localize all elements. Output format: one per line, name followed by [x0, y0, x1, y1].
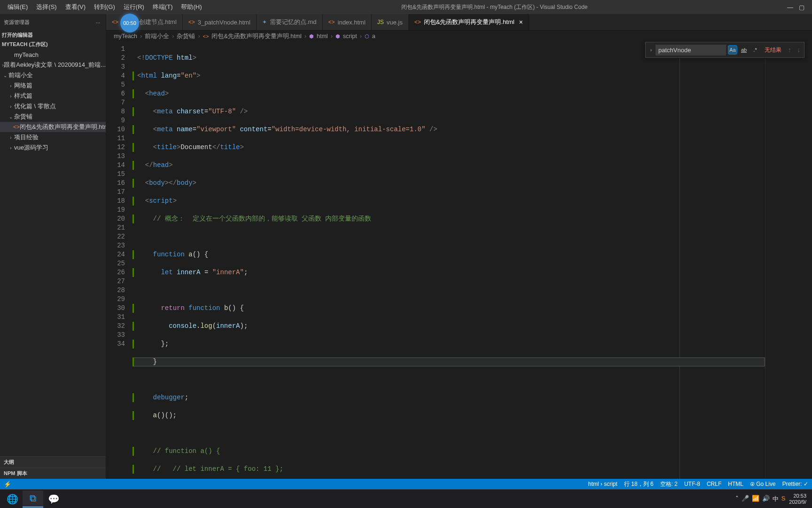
- status-prettier[interactable]: Prettier: ✓: [782, 481, 808, 487]
- find-toggle-icon[interactable]: ›: [648, 48, 654, 53]
- regex-icon[interactable]: .*: [750, 45, 760, 55]
- find-input[interactable]: [656, 45, 726, 56]
- explorer-title: 资源管理器: [4, 19, 30, 26]
- tree-item[interactable]: ›项目经验: [0, 132, 106, 143]
- open-editors-section[interactable]: 打开的编辑器: [0, 31, 106, 40]
- gutter: 1234567891011121314151617181920212223242…: [106, 42, 133, 479]
- tree-item[interactable]: ›跟着Aekley读文章 \ 20200914_前端...: [0, 60, 106, 70]
- tab[interactable]: <>3_patchVnode.html: [183, 14, 257, 30]
- match-case-icon[interactable]: Aa: [728, 45, 737, 55]
- menu-terminal[interactable]: 终端(T): [149, 1, 177, 13]
- status-lang-path[interactable]: html › script: [588, 481, 617, 487]
- tree-item-active[interactable]: <>闭包&先函数声明再变量声明.html: [0, 122, 106, 132]
- taskbar-clock[interactable]: 20:53 2020/9/: [789, 493, 806, 505]
- tab[interactable]: ✦需要记忆的点.md: [257, 14, 323, 30]
- editor-tabs: <>Vnode创建节点.html <>3_patchVnode.html ✦需要…: [106, 14, 812, 31]
- tray-mic-icon[interactable]: 🎤: [742, 495, 749, 503]
- code-editor[interactable]: 1234567891011121314151617181920212223242…: [106, 42, 812, 479]
- menu-select[interactable]: 选择(S): [32, 1, 60, 13]
- tree-item[interactable]: ›vue源码学习: [0, 143, 106, 153]
- minimize-icon[interactable]: —: [787, 4, 793, 11]
- timer-bubble: 00:50: [120, 14, 139, 32]
- tray-sogou-icon[interactable]: S: [781, 495, 786, 503]
- code-lines[interactable]: <!DOCTYPE html> <html lang="en"> <head> …: [133, 42, 765, 479]
- tab[interactable]: JSvue.js: [372, 14, 409, 30]
- find-result: 无结果: [762, 46, 784, 54]
- tree-item[interactable]: ⌄杂货铺: [0, 111, 106, 122]
- maximize-icon[interactable]: ▢: [799, 4, 804, 11]
- tray-up-icon[interactable]: ˄: [735, 495, 739, 503]
- breadcrumb[interactable]: myTeach› 前端小全› 杂货铺› <>闭包&先函数声明再变量声明.html…: [106, 31, 812, 42]
- status-spaces[interactable]: 空格: 2: [660, 480, 678, 488]
- taskbar: 🌐 ⧉ 💬 ˄ 🎤 📶 🔊 中 S 20:53 2020/9/: [0, 489, 812, 508]
- status-thunder-icon[interactable]: ⚡: [4, 481, 11, 488]
- outline-section[interactable]: 大纲: [0, 456, 106, 468]
- explorer-sidebar: 资源管理器 ··· 打开的编辑器 MYTEACH (工作区) myTeach ›…: [0, 14, 106, 479]
- window-controls: — ▢: [783, 4, 808, 11]
- taskbar-vscode-icon[interactable]: ⧉: [23, 491, 43, 508]
- tray-volume-icon[interactable]: 🔊: [762, 495, 770, 503]
- status-bar: ⚡ html › script 行 18，列 6 空格: 2 UTF-8 CRL…: [0, 479, 812, 489]
- menu-goto[interactable]: 转到(G): [90, 1, 119, 13]
- explorer-actions[interactable]: ···: [96, 20, 100, 25]
- find-next-icon[interactable]: ↓: [795, 46, 802, 54]
- menu-view[interactable]: 查看(V): [62, 1, 89, 13]
- menu-edit[interactable]: 编辑(E): [4, 1, 31, 13]
- tab[interactable]: <>index.html: [323, 14, 372, 30]
- whole-word-icon[interactable]: ab: [739, 45, 749, 55]
- taskbar-wechat-icon[interactable]: 💬: [43, 491, 64, 508]
- window-title: 闭包&先函数声明再变量声明.html - myTeach (工作区) - Vis…: [206, 3, 783, 11]
- tray-wifi-icon[interactable]: 📶: [752, 495, 759, 503]
- find-widget: › Aa ab .* 无结果 ↑ ↓: [645, 42, 804, 58]
- menu-help[interactable]: 帮助(H): [177, 1, 205, 13]
- workspace-section[interactable]: MYTEACH (工作区): [0, 40, 106, 49]
- taskbar-chrome-icon[interactable]: 🌐: [2, 491, 23, 508]
- tab[interactable]: <>Vnode创建节点.html: [106, 14, 183, 30]
- title-bar: 编辑(E) 选择(S) 查看(V) 转到(G) 运行(R) 终端(T) 帮助(H…: [0, 0, 812, 14]
- status-golive[interactable]: ⦿ Go Live: [750, 481, 776, 487]
- tree-item[interactable]: ›样式篇: [0, 91, 106, 101]
- menu-bar: 编辑(E) 选择(S) 查看(V) 转到(G) 运行(R) 终端(T) 帮助(H…: [4, 1, 206, 13]
- find-prev-icon[interactable]: ↑: [786, 46, 793, 54]
- menu-run[interactable]: 运行(R): [120, 1, 148, 13]
- tree-item[interactable]: ›优化篇 \ 零散点: [0, 101, 106, 111]
- tray-ime-icon[interactable]: 中: [773, 495, 779, 503]
- status-eol[interactable]: CRLF: [707, 481, 721, 487]
- close-tab-icon[interactable]: ×: [519, 18, 523, 26]
- editor-area: <>Vnode创建节点.html <>3_patchVnode.html ✦需要…: [106, 14, 812, 479]
- file-tree: myTeach ›跟着Aekley读文章 \ 20200914_前端... ⌄前…: [0, 49, 106, 456]
- status-position[interactable]: 行 18，列 6: [624, 480, 654, 488]
- status-lang[interactable]: HTML: [728, 481, 743, 487]
- tab-active[interactable]: <>闭包&先函数声明再变量声明.html×: [409, 14, 529, 30]
- tree-item[interactable]: ›网络篇: [0, 80, 106, 91]
- tree-item[interactable]: myTeach: [0, 49, 106, 60]
- minimap[interactable]: [765, 42, 812, 479]
- tray-icons[interactable]: ˄ 🎤 📶 🔊 中 S: [735, 495, 786, 503]
- explorer-header: 资源管理器 ···: [0, 14, 106, 31]
- tree-item[interactable]: ⌄前端小全: [0, 70, 106, 80]
- npm-section[interactable]: NPM 脚本: [0, 468, 106, 479]
- status-encoding[interactable]: UTF-8: [684, 481, 700, 487]
